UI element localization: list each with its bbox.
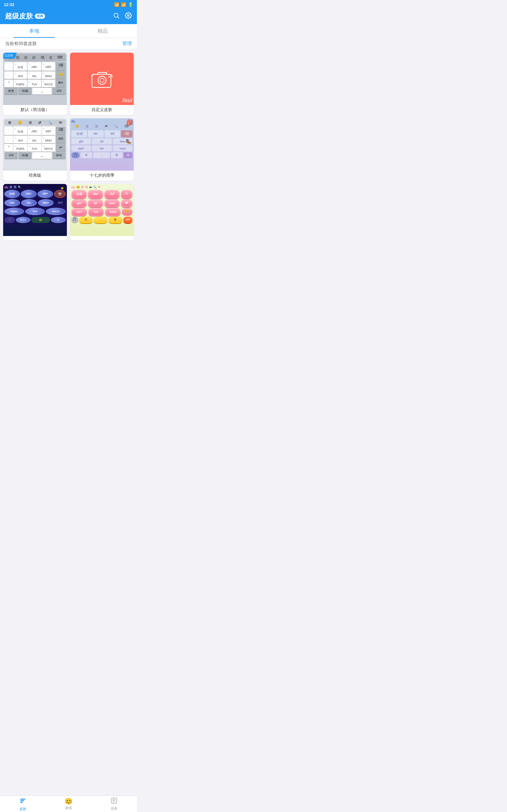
status-icons: 📶 📶 🔋	[114, 2, 133, 7]
skin-preview-custom: + + faui	[70, 53, 134, 105]
classic-badge: 经典	[35, 14, 45, 19]
info-bar: 当前有55套皮肤 管理	[0, 38, 137, 49]
tab-premium[interactable]: 精品	[68, 24, 137, 38]
search-icon[interactable]	[113, 12, 120, 20]
skin-count-text: 当前有55套皮肤	[5, 41, 37, 47]
skin-preview-seventeen: 🎒 du 😊 拼 英 ⇄ 🔍 ⌫ 分词	[70, 118, 134, 171]
status-time: 12:32	[4, 2, 14, 7]
skin-label-candy	[70, 236, 134, 241]
skin-preview-default: 已启用 嗯 我 你 好 哦 在 ⌨ ,	[3, 53, 67, 105]
header-title-group: 超级皮肤 经典	[5, 11, 45, 21]
skin-label-seventeen: 十七岁的雨季	[70, 171, 134, 181]
skin-card-default[interactable]: 已启用 嗯 我 你 好 哦 在 ⌨ ,	[3, 53, 67, 115]
app-title: 超级皮肤	[5, 11, 33, 21]
manage-button[interactable]: 管理	[122, 41, 132, 47]
app-header: 超级皮肤 经典	[0, 9, 137, 24]
tab-local[interactable]: 本地	[0, 24, 68, 38]
tab-bar: 本地 精品	[0, 24, 137, 38]
svg-point-8	[108, 76, 110, 78]
skin-label-default: 默认（简洁版）	[3, 105, 67, 115]
battery-icon: 🔋	[128, 2, 133, 7]
settings-icon[interactable]	[125, 12, 132, 20]
skin-card-seventeen[interactable]: 🎒 du 😊 拼 英 ⇄ 🔍 ⌫ 分词	[70, 118, 134, 181]
skin-card-candy[interactable]: du 😊 拼 英 ⇄ 🔍 ❤ 分词 abc def	[70, 184, 134, 241]
header-icons	[113, 12, 132, 20]
skin-preview-classic: ⊞ 😊 ⊟ ⇄ 🔍 ✉ , 1 分词	[3, 118, 67, 171]
svg-line-1	[118, 17, 119, 18]
skin-label-custom: 自定义皮肤	[70, 105, 134, 115]
skin-preview-candy: du 😊 拼 英 ⇄ 🔍 ❤ 分词 abc def	[70, 184, 134, 236]
skin-grid: 已启用 嗯 我 你 好 哦 在 ⌨ ,	[0, 53, 137, 244]
svg-point-6	[98, 76, 106, 84]
skin-label-classic: 经典版	[3, 171, 67, 181]
status-bar: 12:32 📶 📶 🔋	[0, 0, 137, 9]
applied-badge: 已启用	[3, 53, 17, 59]
skin-card-classic[interactable]: ⊞ 😊 ⊟ ⇄ 🔍 ✉ , 1 分词	[3, 118, 67, 181]
watermark: faui	[122, 97, 132, 104]
svg-text:+: +	[107, 70, 109, 72]
skin-card-custom[interactable]: + + faui 自定义皮肤	[70, 53, 134, 115]
bluetooth-icon: 📶	[114, 2, 119, 7]
signal-icon: 📶	[121, 2, 126, 7]
svg-point-2	[127, 14, 129, 16]
skin-label-underwater	[3, 236, 67, 241]
skin-preview-underwater: ★ du 拼 英 🔍 分词 ABC DEF ⚒	[3, 184, 67, 236]
skin-card-underwater[interactable]: ★ du 拼 英 🔍 分词 ABC DEF ⚒	[3, 184, 67, 241]
svg-point-7	[100, 78, 104, 83]
svg-point-0	[114, 13, 118, 17]
